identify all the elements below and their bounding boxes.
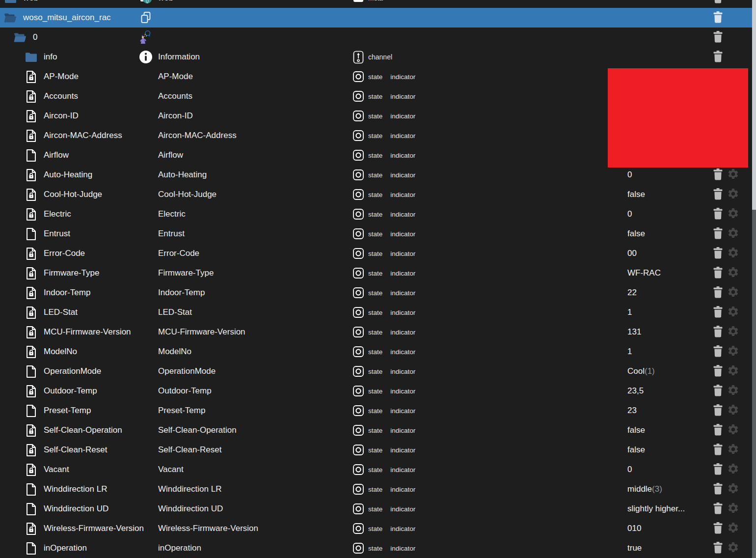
delete-object-button[interactable] <box>712 307 724 318</box>
table-row[interactable]: inOperation inOperation state indicator … <box>0 538 752 558</box>
delete-object-button[interactable] <box>712 189 724 200</box>
table-row[interactable]: Self-Clean-Reset Self-Clean-Reset state … <box>0 440 752 460</box>
delete-object-button[interactable] <box>712 542 724 554</box>
table-row[interactable]: Cool-Hot-Judge Cool-Hot-Judge state indi… <box>0 185 752 204</box>
state-value[interactable]: 0 <box>627 165 711 185</box>
delete-object-button[interactable] <box>712 464 724 475</box>
delete-object-button[interactable] <box>712 424 724 436</box>
edit-object-button[interactable] <box>727 248 739 259</box>
delete-object-button[interactable] <box>712 346 724 358</box>
table-row[interactable]: Auto-Heating Auto-Heating state indicato… <box>0 165 752 185</box>
edit-object-button[interactable] <box>727 385 739 397</box>
edit-object-button[interactable] <box>727 208 739 220</box>
edit-object-button[interactable] <box>727 169 739 181</box>
state-value[interactable]: false <box>627 224 711 244</box>
state-value[interactable]: false <box>627 440 711 460</box>
delete-object-button[interactable] <box>712 12 724 24</box>
state-value[interactable]: false <box>627 420 711 440</box>
delete-object-button[interactable] <box>712 365 724 377</box>
delete-object-button[interactable] <box>712 31 724 43</box>
edit-object-button[interactable] <box>727 464 739 475</box>
state-value[interactable]: true <box>627 538 711 558</box>
table-row[interactable]: Indoor-Temp Indoor-Temp state indicator … <box>0 283 752 303</box>
state-value[interactable]: 23 <box>627 401 711 420</box>
delete-object-button[interactable] <box>712 287 724 299</box>
edit-object-button[interactable] <box>727 346 739 358</box>
delete-object-button[interactable] <box>712 444 724 456</box>
table-row[interactable]: OperationMode OperationMode state indica… <box>0 362 752 381</box>
state-value[interactable]: 23,5 <box>627 381 711 401</box>
state-value[interactable]: 00 <box>627 244 711 263</box>
edit-object-button[interactable] <box>727 483 739 495</box>
table-row[interactable]: LED-Stat LED-Stat state indicator 1 <box>0 303 752 322</box>
delete-object-button[interactable] <box>712 523 724 534</box>
delete-object-button[interactable] <box>712 326 724 338</box>
state-value[interactable] <box>627 28 711 47</box>
scrollbar-thumb[interactable] <box>752 0 756 210</box>
edit-object-button[interactable] <box>727 503 739 515</box>
state-value[interactable]: 0 <box>627 204 711 224</box>
edit-object-button[interactable] <box>727 189 739 200</box>
table-row[interactable]: 0 <box>0 28 752 47</box>
state-value[interactable]: middle(3) <box>627 479 711 499</box>
edit-object-button[interactable] <box>727 444 739 456</box>
scrollbar-track[interactable] <box>752 0 756 558</box>
edit-object-button[interactable] <box>727 326 739 338</box>
state-value[interactable] <box>627 0 711 8</box>
delete-object-button[interactable] <box>712 0 724 4</box>
edit-object-button[interactable] <box>727 424 739 436</box>
table-row[interactable]: ModelNo ModelNo state indicator 1 <box>0 342 752 362</box>
delete-object-button[interactable] <box>712 503 724 515</box>
edit-object-button[interactable] <box>727 287 739 299</box>
delete-object-button[interactable] <box>712 51 724 63</box>
table-row[interactable]: Wireless-Firmware-Version Wireless-Firmw… <box>0 519 752 538</box>
table-row[interactable]: Electric Electric state indicator 0 <box>0 204 752 224</box>
edit-object-button[interactable] <box>727 267 739 279</box>
table-row[interactable]: Entrust Entrust state indicator false <box>0 224 752 244</box>
state-value[interactable] <box>627 8 711 28</box>
gear-icon <box>727 266 739 280</box>
object-type-label: state <box>368 230 382 238</box>
state-value[interactable]: 0 <box>627 460 711 479</box>
table-row[interactable]: Winddirection LR Winddirection LR state … <box>0 479 752 499</box>
table-row[interactable]: Winddirection UD Winddirection UD state … <box>0 499 752 519</box>
table-row[interactable]: Vacant Vacant state indicator 0 <box>0 460 752 479</box>
delete-object-button[interactable] <box>712 208 724 220</box>
doc-lock-icon <box>25 522 37 535</box>
table-row[interactable]: MCU-Firmware-Version MCU-Firmware-Versio… <box>0 322 752 342</box>
delete-object-button[interactable] <box>712 483 724 495</box>
table-row[interactable]: web web meta <box>0 0 752 8</box>
state-value[interactable]: 131 <box>627 322 711 342</box>
delete-object-button[interactable] <box>712 228 724 240</box>
state-value[interactable]: slightly higher... <box>627 499 711 519</box>
edit-object-button[interactable] <box>727 405 739 417</box>
edit-object-button[interactable] <box>727 542 739 554</box>
table-row[interactable]: Preset-Temp Preset-Temp state indicator … <box>0 401 752 420</box>
state-value[interactable]: WF-RAC <box>627 263 711 283</box>
edit-object-button[interactable] <box>727 228 739 240</box>
copy-icon[interactable] <box>139 11 153 25</box>
state-value[interactable]: 1 <box>627 303 711 322</box>
delete-object-button[interactable] <box>712 169 724 181</box>
state-value[interactable] <box>627 47 711 67</box>
delete-object-button[interactable] <box>712 405 724 417</box>
state-value[interactable]: 010 <box>627 519 711 538</box>
state-value[interactable]: 1 <box>627 342 711 362</box>
state-value[interactable]: false <box>627 185 711 204</box>
table-row[interactable]: Outdoor-Temp Outdoor-Temp state indicato… <box>0 381 752 401</box>
delete-object-button[interactable] <box>712 248 724 259</box>
table-row[interactable]: Self-Clean-Operation Self-Clean-Operatio… <box>0 420 752 440</box>
state-value[interactable]: 22 <box>627 283 711 303</box>
table-row-selected[interactable]: woso_mitsu_aircon_rac <box>0 8 752 28</box>
edit-object-button[interactable] <box>727 523 739 534</box>
state-value[interactable]: Cool(1) <box>627 362 711 381</box>
table-row[interactable]: Error-Code Error-Code state indicator 00 <box>0 244 752 263</box>
delete-object-button[interactable] <box>712 385 724 397</box>
edit-object-button[interactable] <box>727 365 739 377</box>
object-id-label: Winddirection LR <box>44 484 107 494</box>
table-row[interactable]: Firmware-Type Firmware-Type state indica… <box>0 263 752 283</box>
folder-closed-icon <box>4 0 17 5</box>
table-row[interactable]: info Information channel <box>0 47 752 67</box>
delete-object-button[interactable] <box>712 267 724 279</box>
edit-object-button[interactable] <box>727 307 739 318</box>
